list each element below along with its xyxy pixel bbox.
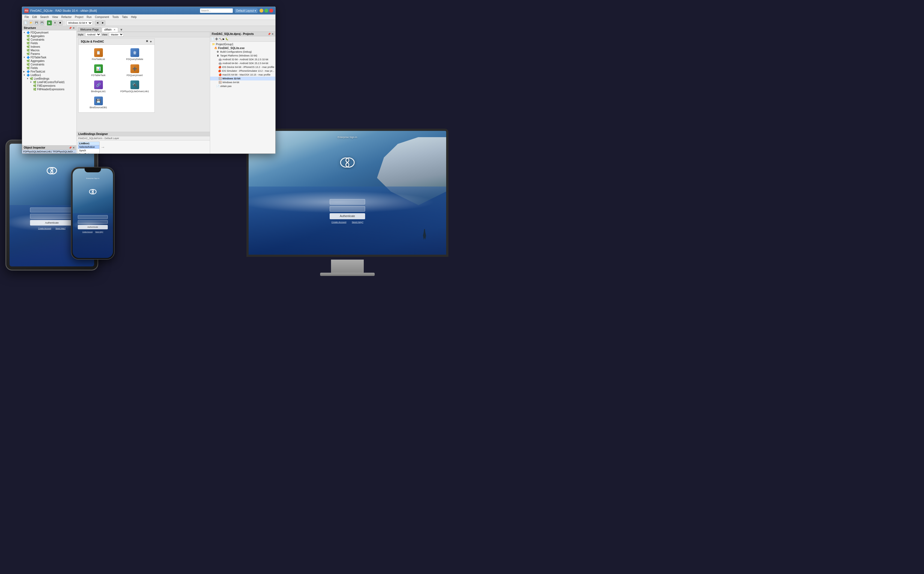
proj-macos[interactable]: 🍎 macOS 64-bit - MacOSX 10.15 - mac prof… — [210, 73, 275, 77]
tree-item-constraints-1[interactable]: 🌿 Constraints — [22, 38, 76, 41]
new-btn[interactable]: 📄 — [23, 20, 28, 25]
palette-firetasklist[interactable]: 📋 FireTaskList — [81, 47, 116, 62]
layout-dropdown[interactable]: Default Layout ▾ — [235, 9, 257, 13]
menu-component[interactable]: Component — [93, 15, 111, 19]
imac-password-field[interactable] — [330, 206, 365, 211]
structure-tree[interactable]: ▼ 🔷 FDQueryInsert 🌿 Aggregates 🌿 Constra… — [22, 30, 76, 145]
imac-create-account[interactable]: Create Account — [332, 221, 346, 223]
pin-obj-icon[interactable]: 📌 — [69, 147, 72, 149]
phone-pass-field[interactable] — [78, 220, 108, 224]
tree-item-macros[interactable]: 🌿 Macros — [22, 49, 76, 52]
minimize-button[interactable] — [259, 9, 263, 13]
open-btn[interactable]: 📂 — [28, 20, 33, 25]
lb-row-itemtext[interactable]: Item Text — [78, 153, 99, 153]
close-panel-icon[interactable]: ✕ — [73, 27, 75, 30]
phone-create-account[interactable]: Create Account — [82, 231, 93, 233]
pause-btn[interactable]: ⏸ — [52, 20, 57, 25]
menu-file[interactable]: File — [23, 15, 30, 19]
proj-target-platforms[interactable]: 🖥 Target Platforms (Windows 32-bit) — [210, 54, 275, 58]
title-search-input[interactable] — [200, 8, 233, 13]
imac-need-help[interactable]: Need Help? — [352, 221, 363, 223]
view-selector[interactable]: Master — [109, 32, 123, 36]
menu-run[interactable]: Run — [85, 15, 93, 19]
tree-item-listbox1[interactable]: ▼ 🔷 ListBox1 — [22, 73, 76, 77]
run-button[interactable]: ▶ — [47, 20, 52, 25]
menu-project[interactable]: Project — [73, 15, 85, 19]
close-proj-icon[interactable]: ✕ — [272, 33, 274, 35]
close-obj-icon[interactable]: ✕ — [73, 147, 75, 149]
tablet-need-help[interactable]: Need Help? — [55, 227, 65, 229]
proj-build-config[interactable]: ⚙ Build Configurations (Debug) — [210, 50, 275, 54]
tree-item-fdtabletask[interactable]: ▼ 🔷 FDTableTask — [22, 56, 76, 59]
menu-edit[interactable]: Edit — [31, 15, 38, 19]
proj-exe[interactable]: 🔥 FireDAC_SQLite.exe — [210, 46, 275, 50]
phone-user-field[interactable] — [78, 215, 108, 219]
stop-btn[interactable]: ⏹ — [58, 20, 63, 25]
lb-row-selectedvalue[interactable]: SelectedValue — [78, 145, 99, 149]
save-all-btn[interactable]: 💾 — [40, 20, 44, 25]
palette-bindingslist[interactable]: 🔗 BindingsList1 — [81, 79, 116, 94]
tree-item-params[interactable]: 🌿 Params — [22, 52, 76, 56]
proj-win32[interactable]: 🪟 Windows 32-bit — [210, 77, 275, 80]
proj-android64[interactable]: 🤖 Android 64-bit - Android SDK 25.2.5 64… — [210, 62, 275, 65]
close-button[interactable] — [269, 9, 273, 13]
platform-selector[interactable]: Windows 32-bit ▾ — [66, 21, 92, 25]
proj-group1[interactable]: 📁 ProjectGroup1 — [210, 42, 275, 46]
tree-item-constraints-2[interactable]: 🌿 Constraints — [22, 63, 76, 66]
tree-item-livebindings[interactable]: ▼ 🌿 LiveBindings — [22, 77, 76, 80]
tablet-authenticate-btn[interactable]: Authenticate — [30, 220, 74, 226]
back-btn[interactable]: ◀ — [95, 20, 100, 25]
phone-authenticate-btn[interactable]: Authenticate — [78, 225, 108, 229]
proj-ios-sim[interactable]: 🍎 iOS Simulator - iPhoneSimulator 13.2 -… — [210, 69, 275, 73]
tree-item-aggregates-1[interactable]: 🌿 Aggregates — [22, 35, 76, 38]
tab-welcome[interactable]: Welcome Page — [78, 27, 101, 32]
menu-tools[interactable]: Tools — [111, 15, 120, 19]
tree-item-aggregates-2[interactable]: 🌿 Aggregates — [22, 59, 76, 63]
pin-icon[interactable]: 📌 — [69, 27, 72, 30]
palette-fdtabletask[interactable]: 📊 FDTableTask — [81, 63, 116, 78]
palette-fdqueryinsert[interactable]: ➕ FDQueryInsert — [117, 63, 152, 78]
imac-username-field[interactable] — [330, 199, 365, 205]
menu-help[interactable]: Help — [130, 15, 138, 19]
menu-search[interactable]: Search — [39, 15, 50, 19]
proj-new-btn[interactable]: 📄 — [211, 38, 214, 40]
tree-item-firetasklist[interactable]: ▶ 🔷 FireTaskList — [22, 70, 76, 73]
lb-row-synch[interactable]: Synch — [78, 149, 99, 153]
maximize-button[interactable] — [264, 9, 268, 13]
proj-debug-btn[interactable]: 🐛 — [225, 38, 228, 40]
proj-android32[interactable]: 🤖 Android 32-bit - Android SDK 25.2.5 32… — [210, 58, 275, 62]
tab-umain[interactable]: uMain ✕ — [102, 27, 118, 32]
menu-tabs[interactable]: Tabs — [120, 15, 129, 19]
tree-item-fields-1[interactable]: 🌿 Fields — [22, 41, 76, 45]
style-selector[interactable]: Android iOS — [85, 32, 101, 36]
palette-fdquerydelete[interactable]: 🗑 FDQueryDelete — [117, 47, 152, 62]
save-btn[interactable]: 💾 — [34, 20, 39, 25]
proj-run-btn[interactable]: ▶ — [223, 38, 225, 40]
tablet-user-field[interactable] — [30, 208, 74, 213]
tree-item-fdqueryinsert[interactable]: ▼ 🔷 FDQueryInsert — [22, 31, 76, 35]
project-tree[interactable]: 📁 ProjectGroup1 🔥 FireDAC_SQLite.exe ⚙ B… — [210, 42, 275, 153]
forward-btn[interactable]: ▶ — [100, 20, 105, 25]
proj-build-btn[interactable]: 🔨 — [219, 38, 222, 40]
tree-item-indexes[interactable]: 🌿 Indexes — [22, 45, 76, 49]
proj-umain[interactable]: 📄 uMain.pas — [210, 84, 275, 88]
tree-item-fillheader[interactable]: 🌿 FillHeaderExpressions — [22, 88, 76, 91]
phone-need-help[interactable]: Need Help? — [95, 231, 103, 233]
pin-proj-icon[interactable]: 📌 — [268, 33, 271, 35]
palette-add[interactable]: ＋ — [149, 39, 152, 44]
menu-view[interactable]: View — [51, 15, 60, 19]
tree-item-fields-2[interactable]: 🌿 Fields — [22, 66, 76, 70]
proj-add-btn[interactable]: ➕ — [215, 38, 218, 40]
imac-authenticate-btn[interactable]: Authenticate — [330, 213, 365, 219]
tablet-pass-field[interactable] — [30, 214, 74, 219]
palette-fdphysdriverlink[interactable]: 🔌 FDPhysSQLiteDriverLink1 — [117, 79, 152, 94]
proj-win64[interactable]: 🪟 Windows 64-bit — [210, 80, 275, 84]
menu-refactor[interactable]: Refactor — [60, 15, 73, 19]
proj-ios64[interactable]: 🍎 iOS Device 64-bit - iPhoneOS 13.2 - ma… — [210, 65, 275, 69]
palette-close[interactable]: ✕ — [146, 39, 148, 44]
palette-bindsourcedb[interactable]: 💾 BindSourceDB1 — [81, 95, 116, 110]
expand-icon[interactable]: ▼ — [23, 32, 26, 34]
tablet-create-account[interactable]: Create Account — [38, 227, 51, 229]
tree-item-fillexpressions[interactable]: 🌿 FillExpressions — [22, 84, 76, 88]
tree-item-linkfill[interactable]: ▼ 🌿 LinkFillControlToField1 — [22, 80, 76, 84]
